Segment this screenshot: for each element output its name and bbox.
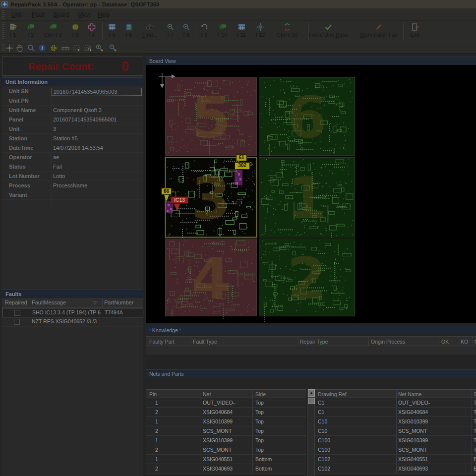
board-marker-61[interactable]: 61 — [236, 154, 247, 161]
board-marker-ic13[interactable]: IC13 — [171, 196, 188, 204]
field-value[interactable]: Lotto — [52, 173, 142, 180]
toolbar-button-f6[interactable]: F6 — [125, 22, 133, 38]
nets-right-row[interactable]: C10XSIG010399Top — [315, 417, 476, 426]
knowledge-column-ok[interactable]: OK — [441, 339, 449, 345]
faults-column-repaired[interactable]: Repaired — [5, 299, 27, 305]
menu-item-fault[interactable]: Fault — [27, 10, 50, 19]
toolbar2-crosshair-icon[interactable] — [5, 44, 14, 53]
scroll-up-icon[interactable]: ▲ — [308, 389, 315, 397]
board-marker-302[interactable]: 302 — [235, 162, 250, 170]
knowledge-empty-row[interactable] — [146, 346, 476, 355]
menu-item-unit[interactable]: Unit — [7, 10, 26, 19]
toolbar-button-f1[interactable]: ?F1 — [9, 22, 17, 38]
toolbar-button-ctrl-f2[interactable]: Ctrl+F2 — [44, 22, 62, 38]
menu-item-board[interactable]: Board — [49, 10, 74, 19]
field-value[interactable]: 3 — [52, 125, 142, 133]
menu-grip[interactable] — [2, 10, 4, 19]
toolbar-button-f8[interactable]: F8 — [182, 22, 191, 38]
toolbar2-ruler-icon[interactable] — [61, 44, 70, 53]
nets-right-row[interactable]: C100SCS_MONTTop — [315, 445, 476, 455]
toolbar-grip[interactable] — [2, 22, 4, 40]
toolbar-button-f10[interactable]: F10 — [218, 22, 228, 38]
nets-left-row[interactable]: 1XSIG040551Bottom — [146, 455, 306, 464]
toolbar2-gear-icon[interactable] — [49, 44, 58, 53]
field-value[interactable] — [52, 97, 142, 105]
field-value[interactable]: 201607141453540965003 — [52, 88, 142, 96]
nets-cell: SCS_MONT — [398, 428, 427, 434]
knowledge-column-fault-type[interactable]: Fault Type — [193, 339, 217, 345]
nets-right-row[interactable]: C102XSIG040693Bottom — [315, 464, 476, 474]
fault-row[interactable]: SHO IC13 3-4 (TP 194) (TP 6T7494A — [2, 308, 143, 317]
knowledge-column-faulty-part[interactable]: Faulty Part — [149, 339, 175, 345]
nets-left-row[interactable]: 2XSIG040684Top — [146, 408, 306, 417]
nets-cell-divider — [252, 455, 253, 464]
field-value[interactable]: Fail — [52, 163, 142, 171]
toolbar-button-f12[interactable]: F12 — [256, 22, 265, 38]
nets-left-row[interactable]: 1XSIG010399Top — [146, 436, 306, 445]
menu-item-view[interactable]: View — [73, 10, 95, 19]
fault-row[interactable]: NZT RES XSIG040652 /3 /3- — [2, 317, 143, 327]
toolbar-button-f11[interactable]: F11 — [237, 22, 246, 38]
nets-cell: C102 — [318, 466, 330, 472]
toolbar2-select-rect-icon[interactable] — [72, 44, 81, 53]
toolbar-button-f5[interactable]: F5 — [108, 22, 117, 38]
repaired-checkbox[interactable] — [14, 310, 20, 316]
nets-right-row[interactable]: C1OUT_VIDEO-Top — [315, 398, 476, 408]
nets-column-net[interactable]: Net — [203, 391, 211, 397]
toolbar2-info-icon[interactable]: i — [38, 44, 47, 53]
sort-descending-icon[interactable]: ▽ — [93, 300, 97, 305]
nets-cell: Top — [255, 447, 264, 453]
toolbar2-zoom-out-icon[interactable] — [108, 44, 117, 53]
board-marker-66[interactable]: 66 — [161, 188, 172, 195]
toolbar2-zoom-in-icon[interactable] — [95, 44, 104, 53]
board-view-area[interactable] — [146, 65, 476, 323]
knowledge-column-repair-type[interactable]: Repair Type — [300, 339, 328, 345]
nets-left-row[interactable]: 2SCS_MONTTop — [146, 426, 306, 436]
knowledge-column-ko[interactable]: KO — [461, 339, 468, 345]
nets-left-row[interactable]: 1OUT_VIDEO-Top — [146, 398, 306, 408]
repaired-checkbox[interactable] — [14, 319, 20, 325]
toolbar-button-f2[interactable]: F2 — [27, 22, 35, 38]
field-value[interactable]: Componenti Qsoft 3 — [52, 107, 142, 115]
field-value[interactable]: ae — [52, 154, 142, 162]
menu-item-help[interactable]: Help — [93, 10, 115, 19]
nets-column-side[interactable]: Side — [474, 391, 476, 397]
field-value[interactable]: ProcessName — [52, 182, 142, 190]
field-value[interactable] — [52, 191, 142, 199]
nets-column-drawing-ref-[interactable]: Drawing Ref. — [318, 391, 348, 397]
nets-cell-divider — [252, 436, 253, 445]
toolbar-button-f7[interactable]: F7 — [167, 22, 175, 38]
scrollbar-thumb[interactable] — [308, 398, 315, 404]
nets-right-row[interactable]: C10SCS_MONTTop — [315, 426, 476, 436]
toolbar-button-force-unit-pass[interactable]: Force Unit Pass — [309, 22, 348, 38]
nets-left-row[interactable]: 2XSIG040693Bottom — [146, 464, 306, 474]
toolbar-button-ctrl-f10[interactable]: Ctrl+F10 — [277, 22, 298, 38]
nets-right-row[interactable]: C1XSIG040684Top — [315, 408, 476, 417]
nets-right-row[interactable]: C102XSIG040551Bottom — [315, 455, 476, 464]
nets-column-side[interactable]: Side — [255, 391, 266, 397]
field-value[interactable]: 201607141453540965001 — [52, 116, 142, 124]
toolbar2-magnifier-icon[interactable] — [27, 44, 36, 53]
knowledge-column-origin-process[interactable]: Origin Process — [371, 339, 405, 345]
board-canvas[interactable] — [146, 65, 476, 323]
toolbar2-select-tp-icon[interactable]: TP — [84, 44, 93, 53]
toolbar2-pan-hand-icon[interactable] — [15, 44, 24, 53]
nets-right-row[interactable]: C100XSIG010399Top — [315, 436, 476, 445]
field-value[interactable]: Station #5 — [52, 135, 142, 143]
toolbar-button-exit[interactable]: Exit — [411, 22, 419, 38]
faults-column-faultmessage[interactable]: FaultMessage — [32, 299, 66, 305]
toolbar-button-f9[interactable]: F9 — [200, 22, 209, 38]
nets-scrollbar[interactable]: ▲ — [307, 389, 315, 476]
toolbar-button-mark-false-fail[interactable]: Mark False Fail — [360, 22, 397, 38]
toolbar-button-find-[interactable]: Find... — [142, 22, 158, 38]
nets-column-pin[interactable]: Pin — [149, 391, 157, 397]
field-value[interactable]: 14/07/2016 14:53:54 — [52, 144, 142, 152]
nets-column-net-name[interactable]: Net Name — [398, 391, 421, 397]
nets-left-row[interactable]: 2SCS_MONTTop — [146, 445, 306, 455]
toolbar-button-f4[interactable]: F4 — [88, 22, 96, 38]
nets-column-divider — [396, 390, 397, 398]
toolbar-button-f3[interactable]: F3 — [71, 22, 80, 38]
board-toolbar-grip[interactable] — [2, 44, 4, 52]
faults-column-partnumber[interactable]: PartNumber — [104, 299, 133, 305]
nets-left-row[interactable]: 1XSIG010399Top — [146, 417, 306, 426]
